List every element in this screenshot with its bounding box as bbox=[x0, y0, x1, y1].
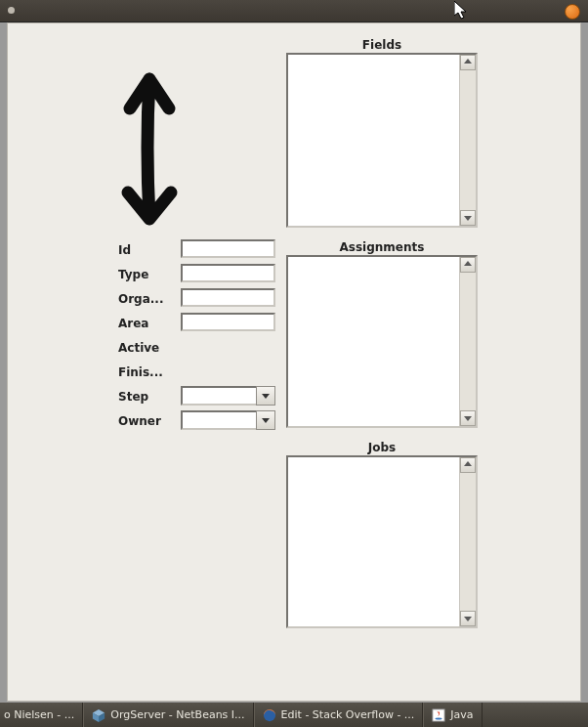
scroll-down-button[interactable] bbox=[460, 410, 476, 426]
orga-label: Orga... bbox=[118, 292, 163, 306]
svg-marker-0 bbox=[454, 1, 466, 19]
fields-scrollbar[interactable] bbox=[459, 55, 476, 226]
taskbar-item-label: o Nielsen - ... bbox=[4, 708, 74, 721]
assignments-group-label: Assignments bbox=[286, 240, 478, 254]
firefox-icon bbox=[263, 708, 276, 722]
finis-label: Finis... bbox=[118, 365, 163, 379]
scroll-up-button[interactable] bbox=[460, 457, 476, 473]
step-combo-text[interactable] bbox=[181, 386, 256, 406]
taskbar-item-label: Edit - Stack Overflow - ... bbox=[281, 708, 415, 721]
scroll-up-button[interactable] bbox=[460, 55, 476, 70]
id-field[interactable] bbox=[181, 239, 275, 258]
step-combobox[interactable] bbox=[181, 386, 275, 406]
assignments-scrollbar[interactable] bbox=[459, 257, 476, 426]
area-field[interactable] bbox=[181, 313, 275, 331]
jobs-scrollbar[interactable] bbox=[459, 457, 476, 626]
annotation-vertical-arrow-icon bbox=[101, 67, 198, 234]
taskbar-item[interactable]: Java bbox=[423, 703, 482, 727]
scroll-up-button[interactable] bbox=[460, 257, 476, 273]
owner-combobox[interactable] bbox=[181, 410, 275, 430]
taskbar: o Nielsen - ... OrgServer - NetBeans I..… bbox=[0, 703, 588, 727]
title-indicator-icon bbox=[8, 7, 15, 14]
java-icon bbox=[432, 708, 445, 722]
taskbar-item[interactable]: Edit - Stack Overflow - ... bbox=[254, 703, 424, 727]
window-titlebar bbox=[0, 0, 588, 22]
type-label: Type bbox=[118, 268, 148, 281]
jobs-group-label: Jobs bbox=[286, 441, 478, 454]
id-label: Id bbox=[118, 243, 131, 257]
active-label: Active bbox=[118, 341, 159, 355]
step-combo-button[interactable] bbox=[256, 386, 275, 406]
step-label: Step bbox=[118, 390, 148, 404]
scroll-down-button[interactable] bbox=[460, 611, 476, 626]
taskbar-item-label: OrgServer - NetBeans I... bbox=[110, 708, 244, 721]
svg-point-6 bbox=[436, 717, 442, 719]
fields-group-label: Fields bbox=[286, 38, 478, 52]
fields-listbox[interactable] bbox=[286, 53, 478, 228]
jobs-listbox[interactable] bbox=[286, 455, 478, 628]
owner-label: Owner bbox=[118, 414, 161, 428]
assignments-listbox[interactable] bbox=[286, 255, 478, 428]
taskbar-item[interactable]: o Nielsen - ... bbox=[0, 703, 83, 727]
owner-combo-button[interactable] bbox=[256, 410, 275, 430]
taskbar-item[interactable]: OrgServer - NetBeans I... bbox=[83, 703, 253, 727]
cube-icon bbox=[92, 708, 105, 722]
area-label: Area bbox=[118, 317, 148, 330]
mouse-cursor-icon bbox=[454, 1, 470, 22]
window-close-button[interactable] bbox=[565, 4, 580, 20]
taskbar-item-label: Java bbox=[450, 708, 473, 721]
orga-field[interactable] bbox=[181, 288, 275, 307]
type-field[interactable] bbox=[181, 264, 275, 282]
owner-combo-text[interactable] bbox=[181, 410, 256, 430]
main-window: Fields Assignments Jobs Id Type Orga... … bbox=[7, 22, 581, 702]
scroll-down-button[interactable] bbox=[460, 210, 476, 226]
